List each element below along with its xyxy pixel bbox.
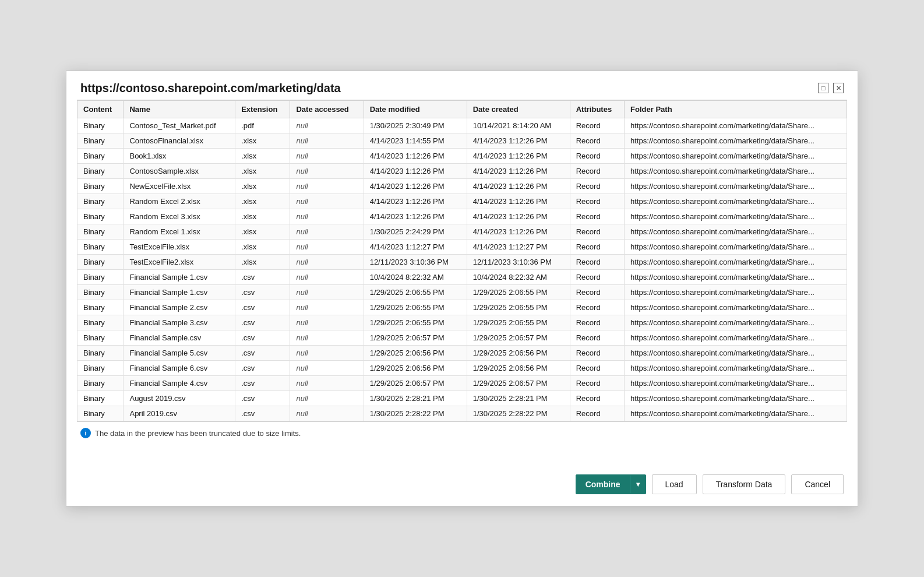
table-header-extension[interactable]: Extension [235, 101, 290, 118]
info-bar: i The data in the preview has been trunc… [66, 422, 858, 442]
table-cell-date-accessed: null [290, 346, 364, 361]
table-cell-name: TestExcelFile.xlsx [124, 240, 235, 255]
info-icon: i [80, 428, 91, 438]
close-button[interactable]: ✕ [833, 83, 844, 93]
table-cell-folder-path: https://contoso.sharepoint.com/marketing… [625, 118, 847, 133]
table-cell-date-modified: 1/30/2025 2:28:22 PM [364, 406, 467, 421]
transform-data-button[interactable]: Transform Data [703, 474, 786, 494]
table-cell-attributes: Record [570, 285, 624, 300]
table-cell-attributes: Record [570, 406, 624, 421]
table-cell-date-accessed: null [290, 361, 364, 376]
footer: Combine ▾ Load Transform Data Cancel [66, 465, 858, 506]
table-cell-extension: .csv [235, 270, 290, 285]
table-row[interactable]: BinaryRandom Excel 3.xlsx.xlsxnull4/14/2… [77, 209, 847, 224]
table-row[interactable]: BinaryBook1.xlsx.xlsxnull4/14/2023 1:12:… [77, 149, 847, 164]
table-row[interactable]: BinaryFinancial Sample 2.csv.csvnull1/29… [77, 300, 847, 315]
table-cell-folder-path: https://contoso.sharepoint.com/marketing… [625, 361, 847, 376]
table-header-attributes[interactable]: Attributes [570, 101, 624, 118]
table-cell-folder-path: https://contoso.sharepoint.com/marketing… [625, 330, 847, 346]
table-cell-extension: .xlsx [235, 179, 290, 194]
table-cell-date-created: 1/29/2025 2:06:55 PM [467, 285, 570, 300]
table-row[interactable]: BinaryContoso_Test_Market.pdf.pdfnull1/3… [77, 118, 847, 133]
table-header-date-accessed[interactable]: Date accessed [290, 101, 364, 118]
table-cell-extension: .csv [235, 406, 290, 421]
table-cell-date-accessed: null [290, 300, 364, 315]
table-row[interactable]: BinaryRandom Excel 2.xlsx.xlsxnull4/14/2… [77, 194, 847, 209]
table-cell-date-accessed: null [290, 270, 364, 285]
table-cell-date-accessed: null [290, 285, 364, 300]
combine-button[interactable]: Combine ▾ [576, 474, 646, 494]
table-row[interactable]: BinaryFinancial Sample 3.csv.csvnull1/29… [77, 315, 847, 330]
table-cell-extension: .xlsx [235, 194, 290, 209]
table-row[interactable]: BinaryTestExcelFile.xlsx.xlsxnull4/14/20… [77, 240, 847, 255]
table-cell-date-modified: 4/14/2023 1:12:27 PM [364, 240, 467, 255]
table-cell-name: Financial Sample.csv [124, 330, 235, 346]
table-cell-name: Financial Sample 5.csv [124, 346, 235, 361]
load-button[interactable]: Load [652, 474, 697, 494]
table-cell-content: Binary [77, 376, 124, 391]
table-cell-attributes: Record [570, 330, 624, 346]
table-row[interactable]: BinaryFinancial Sample 1.csv.csvnull10/4… [77, 270, 847, 285]
table-row[interactable]: BinaryApril 2019.csv.csvnull1/30/2025 2:… [77, 406, 847, 421]
table-row[interactable]: BinaryContosoFinancial.xlsx.xlsxnull4/14… [77, 133, 847, 149]
table-header-name[interactable]: Name [124, 101, 235, 118]
table-cell-content: Binary [77, 346, 124, 361]
table-cell-date-created: 4/14/2023 1:12:26 PM [467, 179, 570, 194]
table-row[interactable]: BinaryFinancial Sample 4.csv.csvnull1/29… [77, 376, 847, 391]
table-cell-extension: .xlsx [235, 164, 290, 179]
table-cell-name: NewExcelFile.xlsx [124, 179, 235, 194]
table-cell-date-modified: 1/29/2025 2:06:55 PM [364, 315, 467, 330]
table-cell-content: Binary [77, 285, 124, 300]
table-cell-date-created: 1/29/2025 2:06:55 PM [467, 315, 570, 330]
table-cell-date-created: 4/14/2023 1:12:26 PM [467, 194, 570, 209]
table-cell-content: Binary [77, 194, 124, 209]
table-row[interactable]: BinaryFinancial Sample 6.csv.csvnull1/29… [77, 361, 847, 376]
combine-dropdown-arrow[interactable]: ▾ [630, 476, 646, 493]
table-cell-extension: .csv [235, 346, 290, 361]
table-cell-content: Binary [77, 209, 124, 224]
table-cell-date-created: 4/14/2023 1:12:26 PM [467, 133, 570, 149]
table-cell-attributes: Record [570, 361, 624, 376]
cancel-button[interactable]: Cancel [791, 474, 844, 494]
table-row[interactable]: BinaryRandom Excel 1.xlsx.xlsxnull1/30/2… [77, 224, 847, 240]
table-cell-name: Random Excel 1.xlsx [124, 224, 235, 240]
table-cell-date-modified: 1/29/2025 2:06:57 PM [364, 330, 467, 346]
table-row[interactable]: BinaryFinancial Sample.csv.csvnull1/29/2… [77, 330, 847, 346]
table-cell-date-created: 1/29/2025 2:06:57 PM [467, 376, 570, 391]
table-cell-name: August 2019.csv [124, 391, 235, 406]
table-cell-folder-path: https://contoso.sharepoint.com/marketing… [625, 149, 847, 164]
table-cell-name: Financial Sample 3.csv [124, 315, 235, 330]
table-cell-folder-path: https://contoso.sharepoint.com/marketing… [625, 346, 847, 361]
table-row[interactable]: BinaryTestExcelFile2.xlsx.xlsxnull12/11/… [77, 255, 847, 270]
table-cell-date-modified: 1/29/2025 2:06:57 PM [364, 376, 467, 391]
table-header-date-modified[interactable]: Date modified [364, 101, 467, 118]
table-cell-extension: .xlsx [235, 224, 290, 240]
table-row[interactable]: BinaryFinancial Sample 1.csv.csvnull1/29… [77, 285, 847, 300]
table-header-date-created[interactable]: Date created [467, 101, 570, 118]
table-cell-extension: .xlsx [235, 133, 290, 149]
table-cell-content: Binary [77, 330, 124, 346]
table-cell-date-accessed: null [290, 391, 364, 406]
table-cell-extension: .csv [235, 330, 290, 346]
table-cell-date-created: 4/14/2023 1:12:26 PM [467, 209, 570, 224]
table-row[interactable]: BinaryNewExcelFile.xlsx.xlsxnull4/14/202… [77, 179, 847, 194]
table-cell-date-accessed: null [290, 255, 364, 270]
table-cell-name: Financial Sample 4.csv [124, 376, 235, 391]
table-cell-date-modified: 10/4/2024 8:22:32 AM [364, 270, 467, 285]
table-header-content[interactable]: Content [77, 101, 124, 118]
table-header-row: ContentNameExtensionDate accessedDate mo… [77, 101, 847, 118]
table-row[interactable]: BinaryAugust 2019.csv.csvnull1/30/2025 2… [77, 391, 847, 406]
table-cell-date-modified: 4/14/2023 1:14:55 PM [364, 133, 467, 149]
maximize-button[interactable]: □ [818, 83, 828, 93]
table-cell-date-accessed: null [290, 164, 364, 179]
table-cell-date-created: 4/14/2023 1:12:26 PM [467, 149, 570, 164]
table-row[interactable]: BinaryContosoSample.xlsx.xlsxnull4/14/20… [77, 164, 847, 179]
table-cell-content: Binary [77, 133, 124, 149]
table-cell-date-modified: 4/14/2023 1:12:26 PM [364, 209, 467, 224]
table-header-folder-path[interactable]: Folder Path [625, 101, 847, 118]
table-row[interactable]: BinaryFinancial Sample 5.csv.csvnull1/29… [77, 346, 847, 361]
table-cell-name: Random Excel 3.xlsx [124, 209, 235, 224]
table-cell-date-created: 10/4/2024 8:22:32 AM [467, 270, 570, 285]
table-cell-attributes: Record [570, 240, 624, 255]
table-cell-date-modified: 4/14/2023 1:12:26 PM [364, 179, 467, 194]
